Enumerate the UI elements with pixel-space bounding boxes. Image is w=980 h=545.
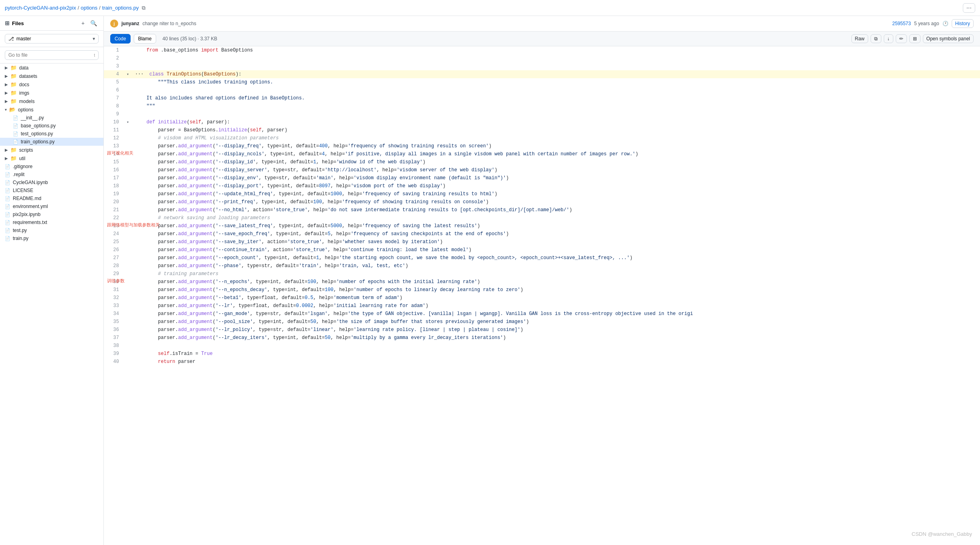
history-button[interactable]: History <box>952 19 974 28</box>
copy-raw-button[interactable]: ⧉ <box>871 34 881 43</box>
commit-hash[interactable]: 2595573 <box>892 21 911 26</box>
sidebar-item-datasets[interactable]: ▶ 📁 datasets <box>0 72 103 80</box>
line-number[interactable]: 14 <box>104 150 124 158</box>
blame-tab[interactable]: Blame <box>134 34 156 44</box>
line-number[interactable]: 33 <box>104 302 124 310</box>
more-button[interactable]: ··· <box>963 3 975 13</box>
sidebar-item-scripts[interactable]: ▶ 📁 scripts <box>0 146 103 154</box>
line-content <box>132 342 980 350</box>
sidebar-item-readme[interactable]: 📄 README.md <box>0 194 103 202</box>
line-number[interactable]: 34 <box>104 310 124 318</box>
line-number[interactable]: 21 <box>104 206 124 214</box>
branch-selector[interactable]: ⎇ master ▾ <box>5 34 99 44</box>
sidebar-item-init-py[interactable]: 📄 __init__.py <box>0 114 103 122</box>
line-number[interactable]: 13 <box>104 142 124 150</box>
line-number[interactable]: 27 <box>104 254 124 262</box>
sidebar-item-license[interactable]: 📄 LICENSE <box>0 186 103 194</box>
table-row: 26 parser.add_argument('--continue_train… <box>104 246 980 254</box>
line-number[interactable]: 40 <box>104 358 124 366</box>
sidebar-item-options[interactable]: ▾ 📂 options <box>0 105 103 114</box>
sidebar-item-test-py[interactable]: 📄 test.py <box>0 226 103 234</box>
line-number[interactable]: 4 <box>104 70 124 78</box>
sidebar-item-data[interactable]: ▶ 📁 data <box>0 63 103 72</box>
sidebar-item-imgs[interactable]: ▶ 📁 imgs <box>0 89 103 97</box>
open-symbols-button[interactable]: Open symbols panel <box>923 34 974 43</box>
line-content: def initialize(self, parser): <box>132 118 980 126</box>
line-number[interactable]: 17 <box>104 174 124 182</box>
line-content: # network saving and loading parameters <box>132 214 980 222</box>
file-link[interactable]: train_options.py <box>102 5 139 11</box>
line-number[interactable]: 16 <box>104 166 124 174</box>
search-file-button[interactable]: 🔍 <box>89 19 99 27</box>
line-expand[interactable]: ▾ <box>124 118 132 126</box>
line-number[interactable]: 30 <box>104 278 124 286</box>
line-number[interactable]: 9 <box>104 110 124 118</box>
add-file-button[interactable]: + <box>80 19 86 27</box>
sidebar-item-cyclegan[interactable]: 📄 CycleGAN.ipynb <box>0 178 103 186</box>
table-row: 23 parser.add_argument('--save_latest_fr… <box>104 222 980 230</box>
line-number[interactable]: 8 <box>104 102 124 110</box>
sidebar-item-pix2pix[interactable]: 📄 pix2pix.ipynb <box>0 210 103 218</box>
copy-icon[interactable]: ⧉ <box>142 5 145 11</box>
file-icon: 📄 <box>13 115 18 121</box>
edit-button[interactable]: ✏ <box>896 34 907 43</box>
table-row: 34 parser.add_argument('--gan_mode', typ… <box>104 310 980 318</box>
sidebar-item-util[interactable]: ▶ 📁 util <box>0 154 103 163</box>
line-number[interactable]: 7 <box>104 94 124 102</box>
line-number[interactable]: 3 <box>104 62 124 70</box>
line-number[interactable]: 38 <box>104 342 124 350</box>
search-input[interactable] <box>8 52 94 58</box>
sidebar-item-models[interactable]: ▶ 📁 models <box>0 97 103 105</box>
line-number[interactable]: 23 <box>104 222 124 230</box>
sidebar-item-gitignore[interactable]: 📄 .gitignore <box>0 163 103 170</box>
line-number[interactable]: 25 <box>104 238 124 246</box>
line-number[interactable]: 19 <box>104 190 124 198</box>
line-number[interactable]: 31 <box>104 286 124 294</box>
line-number[interactable]: 29 <box>104 270 124 278</box>
sidebar-item-replit[interactable]: 📄 .replit <box>0 170 103 178</box>
download-button[interactable]: ↓ <box>884 34 893 43</box>
line-expand <box>124 238 132 246</box>
sidebar-item-requirements[interactable]: 📄 requirements.txt <box>0 218 103 226</box>
line-number[interactable]: 15 <box>104 158 124 166</box>
folder-link[interactable]: options <box>81 5 97 11</box>
line-number[interactable]: 28 <box>104 262 124 270</box>
commit-author[interactable]: junyanz <box>121 21 139 26</box>
sidebar-item-environment[interactable]: 📄 environment.yml <box>0 202 103 210</box>
code-tab[interactable]: Code <box>110 34 131 44</box>
sidebar-item-base-options[interactable]: 📄 base_options.py <box>0 122 103 130</box>
table-row: 17 parser.add_argument('--display_env', … <box>104 174 980 182</box>
sidebar-item-train-py[interactable]: 📄 train.py <box>0 234 103 242</box>
sidebar-item-docs[interactable]: ▶ 📁 docs <box>0 80 103 89</box>
line-number[interactable]: 39 <box>104 350 124 358</box>
grid-icon: ⊞ <box>5 20 10 26</box>
raw-button[interactable]: Raw <box>851 34 868 43</box>
panel-button[interactable]: ⊞ <box>909 34 920 43</box>
line-number[interactable]: 22 <box>104 214 124 222</box>
line-number[interactable]: 12 <box>104 134 124 142</box>
line-number[interactable]: 1 <box>104 46 124 54</box>
line-number[interactable]: 24 <box>104 230 124 238</box>
line-number[interactable]: 2 <box>104 54 124 62</box>
line-number[interactable]: 11 <box>104 126 124 134</box>
line-expand[interactable]: ▾ <box>124 70 132 78</box>
line-number[interactable]: 37 <box>104 334 124 342</box>
table-row: 38 <box>104 342 980 350</box>
sidebar-item-test-options[interactable]: 📄 test_options.py <box>0 130 103 138</box>
line-number[interactable]: 5 <box>104 78 124 86</box>
item-label: base_options.py <box>21 123 56 129</box>
line-number[interactable]: 6 <box>104 86 124 94</box>
line-number[interactable]: 20 <box>104 198 124 206</box>
line-number[interactable]: 18 <box>104 182 124 190</box>
line-number[interactable]: 26 <box>104 246 124 254</box>
line-number[interactable]: 35 <box>104 318 124 326</box>
line-expand <box>124 342 132 350</box>
table-row: 32 parser.add_argument('--beta1', type=f… <box>104 294 980 302</box>
line-number[interactable]: 32 <box>104 294 124 302</box>
sidebar-item-train-options[interactable]: 📄 train_options.py <box>0 138 103 146</box>
file-tree: ▶ 📁 data ▶ 📁 datasets ▶ 📁 docs ▶ 📁 imgs … <box>0 63 103 242</box>
repo-link[interactable]: pytorch-CycleGAN-and-pix2pix <box>5 5 76 11</box>
line-number[interactable]: 10 <box>104 118 124 126</box>
line-content: parser.add_argument('--display_freq', ty… <box>132 142 980 150</box>
line-number[interactable]: 36 <box>104 326 124 334</box>
